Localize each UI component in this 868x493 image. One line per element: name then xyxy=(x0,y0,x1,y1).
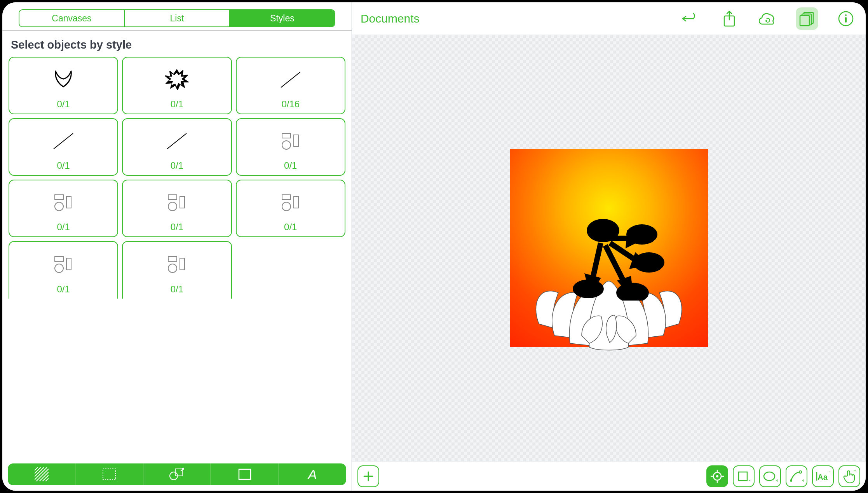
style-tile[interactable]: 0/16 xyxy=(236,57,345,114)
tab-canvases[interactable]: Canvases xyxy=(19,10,125,26)
combine-shapes-filter[interactable] xyxy=(143,463,211,485)
shapes-icon xyxy=(238,122,343,160)
add-button[interactable] xyxy=(357,465,379,487)
style-tile[interactable]: 0/1 xyxy=(236,118,345,176)
style-count: 0/1 xyxy=(57,160,70,171)
style-tile[interactable]: 0/1 xyxy=(9,241,118,299)
style-tile[interactable]: 0/1 xyxy=(9,118,118,176)
svg-point-16 xyxy=(55,264,63,273)
svg-point-4 xyxy=(282,141,291,149)
shapes-icon xyxy=(238,184,343,222)
svg-rect-18 xyxy=(168,257,177,261)
style-count: 0/1 xyxy=(57,284,70,295)
style-tile[interactable]: 0/1 xyxy=(122,241,232,299)
style-tile[interactable]: 0/1 xyxy=(122,118,232,176)
text-style-filter[interactable]: A xyxy=(279,463,346,485)
svg-point-40 xyxy=(845,14,847,16)
svg-text:+: + xyxy=(749,478,750,483)
style-tile[interactable]: 0/1 xyxy=(236,180,345,237)
artboard[interactable] xyxy=(510,149,708,347)
svg-rect-30 xyxy=(103,469,115,480)
style-filter-toolbar: A xyxy=(8,463,346,485)
style-count: 0/16 xyxy=(281,99,300,110)
svg-text:A: A xyxy=(307,467,317,481)
svg-rect-20 xyxy=(180,258,185,270)
svg-rect-9 xyxy=(168,195,177,199)
touch-tool[interactable]: + xyxy=(838,465,860,487)
style-count: 0/1 xyxy=(171,284,183,295)
text-tool[interactable]: Aa+ xyxy=(812,465,834,487)
ellipse-tool[interactable]: + xyxy=(759,465,781,487)
cloud-sync-icon[interactable] xyxy=(757,7,779,30)
svg-rect-17 xyxy=(66,258,71,270)
svg-line-1 xyxy=(54,133,73,149)
svg-point-13 xyxy=(282,202,291,211)
style-count: 0/1 xyxy=(284,160,297,171)
svg-line-28 xyxy=(42,475,49,481)
rect-stroke-filter[interactable] xyxy=(211,463,279,485)
shapes-icon xyxy=(124,245,229,284)
svg-line-22 xyxy=(35,467,38,470)
bottom-toolbar: + + + Aa+ + xyxy=(352,461,866,491)
svg-line-25 xyxy=(35,467,47,480)
segmented-control-wrap: Canvases List Styles xyxy=(2,2,352,31)
style-count: 0/1 xyxy=(57,222,70,233)
svg-point-19 xyxy=(168,264,177,273)
style-count: 0/1 xyxy=(57,99,70,110)
svg-rect-11 xyxy=(180,196,185,208)
style-tile[interactable]: 0/1 xyxy=(122,57,232,114)
top-toolbar: Documents xyxy=(352,2,866,35)
documents-link[interactable]: Documents xyxy=(361,12,420,25)
style-count: 0/1 xyxy=(171,222,183,233)
svg-rect-38 xyxy=(800,16,809,26)
info-icon[interactable] xyxy=(835,7,857,30)
diagram-overlay xyxy=(560,215,669,301)
svg-rect-8 xyxy=(66,196,71,208)
canvas-viewport[interactable] xyxy=(352,35,866,461)
share-icon[interactable] xyxy=(718,7,741,30)
svg-line-23 xyxy=(35,467,41,474)
tab-label: List xyxy=(170,13,184,24)
svg-marker-52 xyxy=(588,277,597,289)
layers-icon[interactable] xyxy=(796,7,818,30)
undo-icon[interactable] xyxy=(679,7,702,30)
main-panel: Documents xyxy=(352,2,866,491)
style-grid: 0/1 0/1 0/16 0/1 0/1 xyxy=(2,57,352,460)
svg-rect-14 xyxy=(294,196,298,208)
style-count: 0/1 xyxy=(284,222,297,233)
svg-point-10 xyxy=(168,202,177,211)
svg-rect-5 xyxy=(294,135,298,147)
svg-text:+: + xyxy=(854,469,856,473)
horns-icon xyxy=(11,61,116,99)
svg-marker-48 xyxy=(629,234,638,244)
documents-label: Documents xyxy=(361,12,420,25)
svg-line-26 xyxy=(36,469,49,481)
target-tool[interactable] xyxy=(706,465,728,487)
svg-line-2 xyxy=(167,133,186,149)
tab-label: Styles xyxy=(270,13,295,24)
svg-point-65 xyxy=(764,472,775,481)
svg-rect-3 xyxy=(282,133,291,138)
segmented-control: Canvases List Styles xyxy=(19,9,335,27)
fill-pattern-filter[interactable] xyxy=(8,463,75,485)
style-tile[interactable]: 0/1 xyxy=(122,180,232,237)
svg-rect-6 xyxy=(55,195,63,199)
rectangle-tool[interactable]: + xyxy=(733,465,755,487)
svg-text:Aa: Aa xyxy=(817,473,828,481)
svg-rect-41 xyxy=(845,17,847,23)
svg-rect-63 xyxy=(739,472,747,481)
svg-line-0 xyxy=(281,72,300,87)
shapes-icon xyxy=(11,184,116,222)
style-count: 0/1 xyxy=(171,160,183,171)
spiky-icon xyxy=(124,61,229,99)
tab-list[interactable]: List xyxy=(125,10,230,26)
shapes-icon xyxy=(124,184,229,222)
tab-styles[interactable]: Styles xyxy=(230,10,335,26)
svg-text:+: + xyxy=(829,470,830,475)
svg-rect-32 xyxy=(175,469,182,476)
selection-rect-filter[interactable] xyxy=(75,463,143,485)
style-tile[interactable]: 0/1 xyxy=(9,180,118,237)
svg-text:+: + xyxy=(776,478,777,483)
pen-tool[interactable]: + xyxy=(786,465,807,487)
style-tile[interactable]: 0/1 xyxy=(9,57,118,114)
